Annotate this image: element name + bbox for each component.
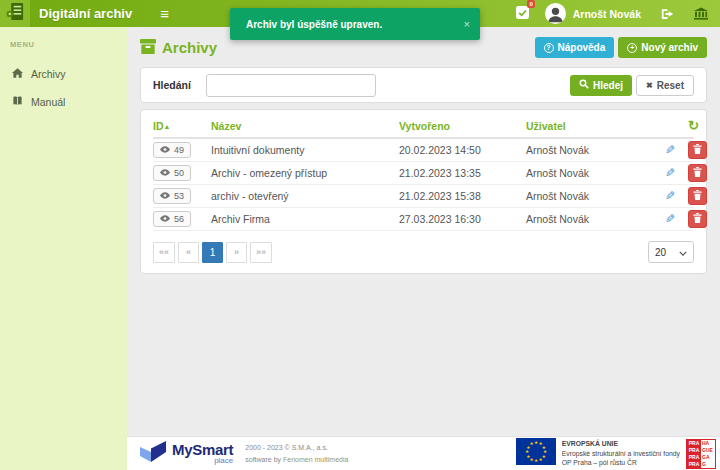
vendor-link[interactable]: Fenomen multimedia xyxy=(283,456,348,463)
archive-user: Arnošt Novák xyxy=(526,162,652,185)
table-body: 49 Intuitivní dokumenty 20.02.2023 14:50… xyxy=(153,138,694,231)
tasks-button[interactable]: 0 xyxy=(516,5,529,23)
pagination-first-button[interactable]: «« xyxy=(153,242,175,263)
view-archive-button[interactable]: 56 xyxy=(153,211,191,227)
column-header-name[interactable]: Název xyxy=(211,112,399,138)
pagination-page-1-button[interactable]: 1 xyxy=(202,242,223,263)
search-submit-button[interactable]: Hledej xyxy=(570,75,632,96)
table-row: 50 Archiv - omezený přístup 21.02.2023 1… xyxy=(153,162,694,185)
refresh-icon[interactable]: ↻ xyxy=(688,118,699,133)
search-panel: Hledání Hledej ✖ Reset xyxy=(140,67,707,103)
archives-table-panel: ID▲ Název Vytvořeno Uživatel ↻ xyxy=(140,109,707,274)
praha-logo-row: PRA G xyxy=(687,461,715,468)
praha-logo-row: PRA GUE xyxy=(687,447,715,454)
svg-text:★: ★ xyxy=(526,454,530,459)
document-gear-icon xyxy=(6,2,25,25)
sort-asc-icon: ▲ xyxy=(164,123,171,130)
archive-id: 49 xyxy=(174,145,184,155)
app-logo[interactable] xyxy=(0,0,30,27)
sidebar-item-manual[interactable]: Manuál xyxy=(0,88,127,116)
eu-flag-icon: ★★★ ★★★ ★★★ ★★★ xyxy=(516,438,556,469)
mysmart-logo[interactable]: MySmart place xyxy=(140,441,233,466)
brand-title: MySmart xyxy=(172,442,233,457)
home-icon xyxy=(12,68,23,80)
delete-button[interactable] xyxy=(688,210,707,228)
column-header-created[interactable]: Vytvořeno xyxy=(399,112,526,138)
archive-created: 21.02.2023 13:35 xyxy=(399,162,526,185)
hamburger-menu-icon[interactable]: ≡ xyxy=(160,6,169,21)
view-archive-button[interactable]: 50 xyxy=(153,165,191,181)
column-header-user[interactable]: Uživatel xyxy=(526,112,652,138)
edit-icon[interactable]: ✎ xyxy=(665,143,675,157)
archive-created: 20.02.2023 14:50 xyxy=(399,138,526,162)
user-avatar[interactable] xyxy=(545,3,566,24)
svg-text:★: ★ xyxy=(534,458,538,463)
search-icon xyxy=(579,79,589,91)
page-title-text: Archivy xyxy=(162,39,217,56)
trash-icon xyxy=(693,213,702,225)
eu-text: EVROPSKÁ UNIE Evropské strukturální a in… xyxy=(562,439,680,469)
sidebar: MENU Archivy Manuál xyxy=(0,27,127,470)
copyright-line2: software by Fenomen multimedia xyxy=(245,454,348,465)
institution-icon[interactable] xyxy=(694,7,708,20)
trash-icon xyxy=(693,144,702,156)
archive-box-icon xyxy=(140,39,156,57)
table-header-row: ID▲ Název Vytvořeno Uživatel ↻ xyxy=(153,112,694,138)
sidebar-item-archivy[interactable]: Archivy xyxy=(0,60,127,88)
search-input[interactable] xyxy=(206,74,376,97)
edit-icon[interactable]: ✎ xyxy=(665,212,675,226)
pagination-prev-button[interactable]: « xyxy=(178,242,199,263)
edit-icon[interactable]: ✎ xyxy=(665,189,675,203)
trash-icon xyxy=(693,167,702,179)
new-archive-button[interactable]: + Nový archiv xyxy=(618,37,707,58)
pagination-next-button[interactable]: » xyxy=(226,242,247,263)
svg-text:★: ★ xyxy=(525,449,529,454)
sidebar-item-label: Manuál xyxy=(31,96,65,108)
archive-id: 50 xyxy=(174,168,184,178)
svg-text:★: ★ xyxy=(534,440,538,445)
eu-line2: Evropské strukturální a investiční fondy xyxy=(562,449,680,459)
praha-logo: PRA HA PRA GUE PRA GA PRA xyxy=(686,439,716,469)
eye-icon xyxy=(160,191,170,201)
app-title[interactable]: Digitální archiv xyxy=(39,6,132,21)
help-button[interactable]: ? Nápověda xyxy=(535,37,615,58)
toast-close-icon[interactable]: × xyxy=(464,18,470,30)
view-archive-button[interactable]: 49 xyxy=(153,142,191,158)
table-row: 49 Intuitivní dokumenty 20.02.2023 14:50… xyxy=(153,138,694,162)
eye-icon xyxy=(160,214,170,224)
page-size-select[interactable]: 20 xyxy=(648,241,694,263)
search-label: Hledání xyxy=(153,79,191,91)
table-row: 53 archiv - otevřený 21.02.2023 15:38 Ar… xyxy=(153,185,694,208)
column-header-id[interactable]: ID▲ xyxy=(153,112,211,138)
toast-success: Archiv byl úspěšně upraven. × xyxy=(230,8,480,40)
copyright: 2000 - 2023 © S.M.A., a.s. software by F… xyxy=(245,442,348,464)
trash-icon xyxy=(693,190,702,202)
archive-created: 27.03.2023 16:30 xyxy=(399,208,526,231)
pagination-last-button[interactable]: »» xyxy=(250,242,272,263)
question-icon: ? xyxy=(544,43,554,53)
eu-line1: EVROPSKÁ UNIE xyxy=(562,439,680,449)
delete-button[interactable] xyxy=(688,164,707,182)
search-reset-button[interactable]: ✖ Reset xyxy=(636,75,694,96)
eu-funding-block: ★★★ ★★★ ★★★ ★★★ EVROPSKÁ UNIE Evropské s… xyxy=(516,438,680,469)
mysmart-book-icon xyxy=(140,441,166,466)
archive-user: Arnošt Novák xyxy=(526,138,652,162)
brand-subtitle: place xyxy=(172,457,233,465)
view-archive-button[interactable]: 53 xyxy=(153,188,191,204)
page-size-value: 20 xyxy=(655,247,666,258)
edit-icon[interactable]: ✎ xyxy=(665,166,675,180)
delete-button[interactable] xyxy=(688,187,707,205)
delete-button[interactable] xyxy=(688,141,707,159)
user-name[interactable]: Arnošt Novák xyxy=(573,8,641,20)
pagination: «« « 1 » »» 20 xyxy=(153,241,694,263)
archive-name: Intuitivní dokumenty xyxy=(211,138,399,162)
column-header-actions: ↻ xyxy=(688,112,694,138)
archive-name: archiv - otevřený xyxy=(211,185,399,208)
copyright-line1: 2000 - 2023 © S.M.A., a.s. xyxy=(245,442,348,453)
notification-badge: 0 xyxy=(527,0,534,8)
header-actions: 0 Arnošt Novák xyxy=(516,3,720,24)
sidebar-section-label: MENU xyxy=(0,40,127,49)
sign-out-icon[interactable] xyxy=(661,8,674,20)
praha-logo-row: PRA GA xyxy=(687,454,715,461)
archive-id: 53 xyxy=(174,191,184,201)
